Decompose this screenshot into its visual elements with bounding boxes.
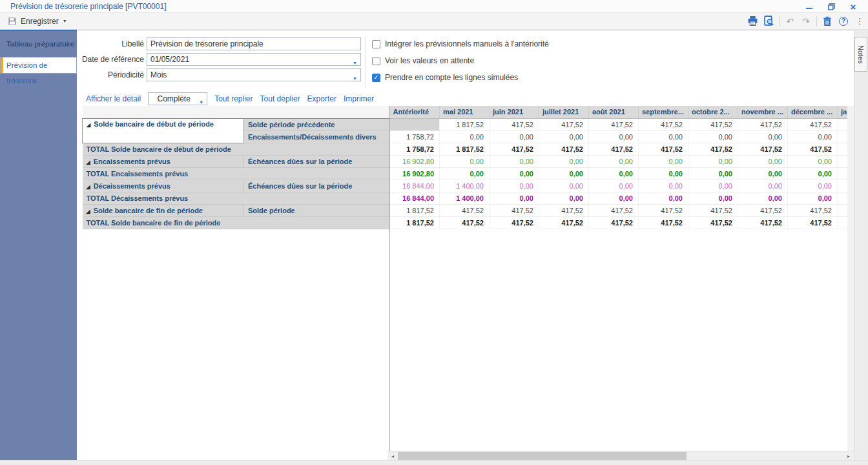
collapse-all-link[interactable]: Tout replier [214,94,253,103]
total-row-label[interactable]: TOTAL Solde bancaire de début de période [83,143,390,155]
grid-cell[interactable] [838,192,848,204]
print-link[interactable]: Imprimer [344,94,374,103]
collapse-icon[interactable]: ◢ [87,122,90,128]
minimize-button[interactable] [798,0,820,13]
grid-cell[interactable]: 0,00 [639,180,688,192]
grid-cell[interactable]: 0,00 [539,192,589,204]
grid-cell[interactable]: 417,52 [589,143,639,155]
periodicite-dropdown[interactable]: Mois ▼ [147,68,361,81]
grid-cell[interactable]: 0,00 [490,180,539,192]
grid-cell[interactable]: 0,00 [539,180,589,192]
grid-cell[interactable]: 417,52 [639,204,688,216]
grid-cell[interactable]: 16 902,80 [390,167,440,180]
grid-splitter[interactable] [389,106,390,459]
grid-cell[interactable]: 0,00 [639,155,688,167]
grid-cell[interactable]: 417,52 [539,204,589,216]
restore-button[interactable] [820,0,842,13]
delete-button[interactable] [822,16,833,27]
sidebar-item-prevision-de-tresorerie[interactable]: Prévision de trésorerie [0,57,77,74]
column-header[interactable]: août 2021 [589,106,639,118]
save-dropdown-caret-icon[interactable]: ▼ [63,19,67,23]
grid-cell[interactable]: 0,00 [589,155,639,167]
column-header[interactable]: novembre ... [738,106,788,118]
grid-cell[interactable] [838,167,848,180]
libelle-input[interactable] [147,37,361,50]
grid-cell[interactable]: 417,52 [490,118,539,130]
grid-cell[interactable]: 0,00 [539,155,589,167]
grid-cell[interactable]: 0,00 [639,192,688,204]
checkbox-checked-icon[interactable]: ✓ [372,74,380,82]
grid-cell[interactable]: 417,52 [490,143,539,155]
export-link[interactable]: Exporter [307,94,336,103]
grid-cell[interactable]: 417,52 [688,216,738,229]
print-preview-button[interactable] [763,16,774,27]
grid-cell[interactable]: 0,00 [738,192,788,204]
vertical-scrollbar-track[interactable] [847,106,854,451]
grid-cell[interactable]: 0,00 [788,192,838,204]
grid-cell[interactable]: 0,00 [738,130,788,143]
grid-cell[interactable] [838,204,848,216]
grid-cell[interactable]: 0,00 [688,167,738,180]
grid-cell[interactable]: 417,52 [688,118,738,130]
chevron-down-icon[interactable]: ▼ [353,73,357,85]
grid-cell[interactable]: 1 758,72 [390,130,440,143]
checkbox-row-integrer-previsionnels[interactable]: Intégrer les prévisionnels manuels à l'a… [372,39,549,49]
expand-all-link[interactable]: Tout déplier [260,94,300,103]
grid-cell[interactable]: 0,00 [788,167,838,180]
total-row-label[interactable]: TOTAL Solde bancaire de fin de période [83,216,390,229]
column-header[interactable]: octobre 2... [688,106,738,118]
close-button[interactable]: × [842,0,864,13]
grid-cell[interactable]: 0,00 [539,167,589,180]
undo-button[interactable]: ↶ [784,16,796,27]
checkbox-unchecked-icon[interactable] [372,57,380,65]
column-header[interactable]: mai 2021 [440,106,490,118]
grid-cell[interactable]: 16 844,00 [390,192,440,204]
column-header[interactable]: juin 2021 [490,106,539,118]
grid-cell[interactable]: 1 758,72 [390,143,440,155]
grid-cell[interactable]: 1 400,00 [440,192,490,204]
grid-cell[interactable]: 417,52 [639,143,688,155]
sub-row-label[interactable]: Échéances dûes sur la période [244,155,390,167]
grid-cell[interactable]: 0,00 [738,180,788,192]
notes-tab[interactable]: Notes [854,37,867,72]
grid-cell[interactable]: 417,52 [589,204,639,216]
chevron-down-icon[interactable]: ▼ [353,57,357,69]
grid-cell[interactable]: 0,00 [440,130,490,143]
grid-cell[interactable]: 0,00 [589,180,639,192]
help-button[interactable]: ? [838,16,849,27]
grid-cell[interactable] [838,130,848,143]
grid-cell[interactable]: 0,00 [688,192,738,204]
collapse-icon[interactable]: ◢ [87,160,90,165]
grid-cell[interactable]: 16 844,00 [390,180,440,192]
grid-cell[interactable] [838,143,848,155]
scrollbar-thumb[interactable] [398,452,687,460]
horizontal-scrollbar[interactable]: ◂ ▸ [388,451,854,460]
grid-cell[interactable]: 417,52 [738,118,788,130]
grid-cell[interactable]: 417,52 [738,204,788,216]
column-header[interactable]: décembre ... [788,106,838,118]
grid-cell[interactable]: 0,00 [589,130,639,143]
grid-cell[interactable] [838,216,848,229]
group-row-label[interactable]: ◢Solde bancaire de fin de période [83,204,244,216]
detail-level-select[interactable]: Complète ▼ [148,92,207,105]
scroll-left-button[interactable]: ◂ [388,451,398,460]
sub-row-label[interactable]: Échéances dûes sur la période [244,180,390,192]
collapse-icon[interactable]: ◢ [87,209,90,214]
redo-button[interactable]: ↷ [800,16,812,27]
sub-row-label[interactable]: Solde période [244,204,390,216]
grid-cell[interactable] [838,118,848,130]
grid-cell[interactable]: 0,00 [688,155,738,167]
grid-cell[interactable]: 0,00 [589,192,639,204]
checkbox-row-lignes-simulees[interactable]: ✓ Prendre en compte les lignes simulées [372,72,518,83]
grid-cell[interactable]: 0,00 [738,167,788,180]
sub-row-label[interactable]: Encaissements/Décaissements divers [244,130,390,143]
column-header[interactable]: Antériorité [390,106,440,118]
grid-cell[interactable]: 0,00 [490,155,539,167]
grid-cell[interactable]: 417,52 [788,143,838,155]
grid-cell[interactable]: 1 817,52 [390,204,440,216]
total-row-label[interactable]: TOTAL Encaissements prévus [83,167,390,180]
grid-cell[interactable]: 0,00 [688,130,738,143]
group-row-label[interactable]: ◢Solde bancaire de début de période [83,118,244,143]
grid-cell[interactable]: 417,52 [589,216,639,229]
group-row-label[interactable]: ◢Encaissements prévus [83,155,244,167]
